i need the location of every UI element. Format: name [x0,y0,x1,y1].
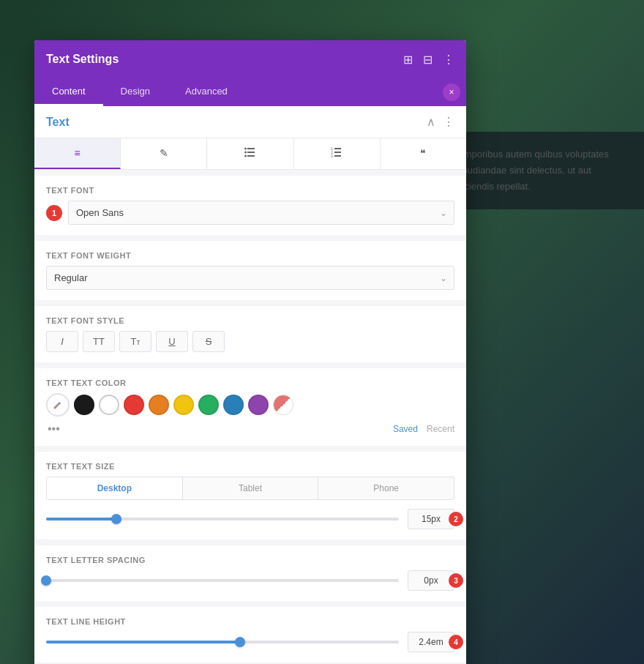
badge-2: 2 [449,512,463,526]
letter-spacing-value-box: 3 [408,570,454,591]
line-height-group: Text Line Height 4 [34,607,466,663]
text-color-group: Text Text Color [34,368,466,446]
color-row [46,393,454,417]
text-font-weight-label: Text Font Weight [46,251,454,260]
text-size-fill [46,518,116,521]
text-font-select[interactable]: Open Sans Roboto Lato [68,201,454,225]
format-btn-blockquote[interactable]: ❝ [381,138,466,169]
more-options-icon[interactable]: ⋮ [443,53,454,67]
badge-3: 3 [449,573,463,588]
letter-spacing-label: Text Letter Spacing [46,556,454,564]
text-size-group: Text Text Size Desktop Tablet Phone [34,452,466,540]
badge-1: 1 [46,205,62,221]
tab-design[interactable]: Design [103,78,168,106]
svg-rect-0 [247,148,255,149]
text-font-label: Text Font [46,186,454,195]
tab-content[interactable]: Content [34,78,103,106]
color-swatch-red[interactable] [124,395,144,415]
tab-bar: Content Design Advanced × [34,78,466,106]
line-height-thumb[interactable] [235,637,245,647]
panel-header: Text Settings ⊞ ⊟ ⋮ [34,40,466,78]
device-tabs: Desktop Tablet Phone [46,477,454,500]
panel-title: Text Settings [46,53,119,66]
text-font-group: Text Font 1 Open Sans Roboto Lato ⌄ [34,176,466,235]
color-picker-btn[interactable] [46,393,70,417]
color-swatch-black[interactable] [74,395,94,415]
line-height-fill [46,641,240,644]
letter-spacing-input[interactable] [408,570,454,591]
text-size-value-box: 2 [408,509,454,529]
format-btn-align[interactable]: ≡ [34,138,121,169]
text-size-thumb[interactable] [111,514,121,524]
collapse-icon[interactable]: ∧ [427,115,435,129]
color-swatch-white[interactable] [99,395,119,415]
text-font-weight-group: Text Font Weight Regular Bold Light ⌄ [34,241,466,300]
text-font-style-group: Text Font Style I TT Tт U S [34,306,466,362]
svg-rect-2 [247,155,255,157]
style-buttons: I TT Tт U S [46,331,454,352]
color-swatch-purple[interactable] [248,395,269,415]
text-color-label: Text Text Color [46,378,454,387]
panel-body: Text ∧ ⋮ ≡ ✎ [34,106,466,664]
svg-rect-1 [247,152,255,153]
color-swatch-green[interactable] [198,395,219,415]
format-toolbar: ≡ ✎ 1. 2. 3. [34,138,466,170]
color-swatch-yellow[interactable] [173,395,194,415]
close-button[interactable]: × [443,83,460,101]
color-tab-saved[interactable]: Saved [393,424,418,434]
text-size-slider-row: 2 [46,509,454,529]
preview-text: Temporibus autem quibus voluptates repud… [454,149,609,192]
style-btn-italic[interactable]: I [46,331,78,352]
fullscreen-icon[interactable]: ⊞ [403,53,413,67]
svg-text:3.: 3. [331,154,334,157]
tab-advanced[interactable]: Advanced [168,78,245,106]
svg-point-4 [244,152,247,154]
line-height-value-box: 4 [408,632,454,652]
letter-spacing-thumb[interactable] [41,575,51,586]
style-btn-capitalize[interactable]: Tт [119,331,151,352]
device-tab-phone[interactable]: Phone [318,477,454,499]
device-tab-desktop[interactable]: Desktop [47,477,183,499]
panel-header-icons: ⊞ ⊟ ⋮ [403,53,454,67]
text-font-style-label: Text Font Style [46,316,454,325]
text-font-wrapper: 1 Open Sans Roboto Lato ⌄ [46,201,454,225]
style-btn-strikethrough[interactable]: S [192,331,225,352]
format-btn-link[interactable]: ✎ [121,138,207,169]
text-settings-panel: Text Settings ⊞ ⊟ ⋮ Content Design Advan… [34,40,466,664]
text-size-track[interactable] [46,518,399,521]
text-font-weight-select[interactable]: Regular Bold Light [46,266,454,290]
section-header: Text ∧ ⋮ [34,106,466,138]
section-menu-icon[interactable]: ⋮ [443,115,454,129]
text-size-input[interactable] [408,509,454,529]
split-icon[interactable]: ⊟ [423,53,433,67]
color-swatch-diagonal[interactable] [273,395,293,415]
format-btn-list-unordered[interactable] [207,138,293,169]
line-height-label: Text Line Height [46,617,454,626]
svg-point-3 [244,148,247,150]
letter-spacing-track[interactable] [46,579,399,582]
style-btn-underline[interactable]: U [156,331,188,352]
svg-point-5 [244,155,247,157]
color-tabs: Saved Recent [393,424,454,434]
section-actions: ∧ ⋮ [427,115,454,129]
letter-spacing-slider-row: 3 [46,570,454,591]
preview-area: Temporibus autem quibus voluptates repud… [439,132,644,209]
format-btn-list-ordered[interactable]: 1. 2. 3. [294,138,381,169]
color-swatch-blue[interactable] [223,395,244,415]
line-height-track[interactable] [46,641,399,644]
line-height-slider-row: 4 [46,632,454,652]
badge-4: 4 [449,635,463,649]
section-title: Text [46,116,70,129]
svg-point-12 [54,407,56,409]
svg-rect-6 [334,148,341,149]
text-font-weight-wrapper: Regular Bold Light ⌄ [46,266,454,290]
color-tab-recent[interactable]: Recent [427,424,454,434]
device-tab-tablet[interactable]: Tablet [183,477,319,499]
letter-spacing-group: Text Letter Spacing 3 [34,545,466,601]
svg-rect-7 [334,152,341,153]
line-height-input[interactable] [408,632,454,652]
style-btn-uppercase[interactable]: TT [83,331,115,352]
svg-rect-8 [334,155,341,157]
color-swatch-orange[interactable] [149,395,169,415]
color-more-icon[interactable]: ••• [48,422,60,436]
